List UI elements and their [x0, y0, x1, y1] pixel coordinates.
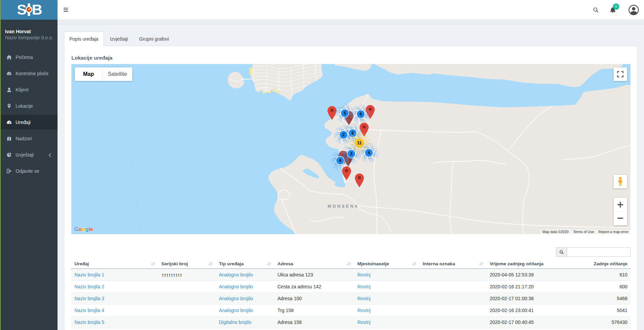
- svg-text:3: 3: [350, 151, 353, 156]
- svg-text:11: 11: [357, 141, 361, 145]
- svg-text:B: B: [32, 1, 42, 18]
- svg-text:4: 4: [339, 158, 341, 163]
- svg-text:5: 5: [344, 111, 346, 116]
- svg-text:6: 6: [360, 112, 362, 117]
- svg-text:S: S: [17, 1, 27, 18]
- svg-text:4: 4: [368, 150, 370, 155]
- svg-text:2: 2: [342, 132, 345, 137]
